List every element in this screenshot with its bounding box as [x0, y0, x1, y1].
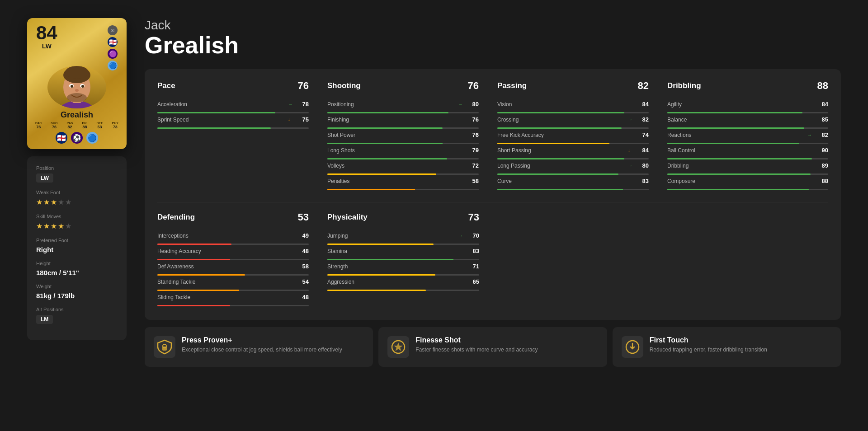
alt-positions-label: Alt Positions — [36, 307, 118, 312]
stat-category-passing: Passing82 Vision 84 Crossing → 82 Free K… — [497, 80, 658, 193]
star-1: ★ — [36, 198, 42, 206]
alt-positions-section: Alt Positions LM — [36, 307, 118, 324]
weight-label: Weight — [36, 284, 118, 289]
stat-value: 72 — [469, 162, 479, 169]
stat-value: 83 — [469, 248, 479, 254]
player-first-name: Jack — [145, 18, 841, 33]
stat-name: Heading Accuracy — [157, 248, 284, 254]
playstyle-name-1: Finesse Shot — [415, 336, 538, 344]
stat-name: Volleys — [327, 163, 454, 169]
stat-item: Sliding Tackle 48 — [157, 294, 309, 306]
stat-category-pace: Pace76 Acceleration → 78 Sprint Speed ↓ … — [157, 80, 318, 193]
playstyle-info-1: Finesse Shot Faster finesse shots with m… — [415, 336, 538, 354]
category-name-passing: Passing — [497, 81, 527, 90]
stat-arrow: ↓ — [288, 117, 295, 122]
skill-star-1: ★ — [36, 222, 42, 230]
stat-category-defending: Defending53 Interceptions 49 Heading Acc… — [157, 211, 318, 309]
empty-col — [497, 211, 658, 309]
stat-value: 75 — [299, 116, 309, 123]
stat-name: Sliding Tackle — [157, 294, 284, 300]
stat-bar — [497, 127, 622, 129]
stat-bar-container — [497, 127, 649, 129]
stat-bar-container — [667, 112, 828, 113]
stat-item: Agility 84 — [667, 101, 828, 113]
stat-category-dribbling: Dribbling88 Agility 84 Balance 85 Reacti… — [667, 80, 828, 193]
stat-name: Curve — [497, 178, 624, 184]
stat-bar — [157, 259, 230, 260]
stat-arrow: → — [628, 163, 635, 168]
club-badge-bottom: 🔵 — [86, 132, 98, 144]
stat-bar — [667, 143, 799, 144]
stat-bar — [327, 158, 447, 159]
stat-bar — [327, 274, 435, 276]
stat-bar-container — [667, 143, 828, 144]
right-panel: Jack Grealish Pace76 Acceleration → 78 S… — [145, 18, 841, 367]
stat-value: 48 — [299, 294, 309, 300]
stat-item: Composure 88 — [667, 178, 828, 190]
stat-value: 65 — [469, 278, 479, 285]
stat-name: Positioning — [327, 101, 454, 108]
card-stat-dri: DRI 88 — [82, 122, 87, 129]
stat-name: Long Passing — [497, 163, 624, 169]
stat-item: Volleys 72 — [327, 162, 479, 175]
category-score-pace: 76 — [298, 80, 309, 92]
stat-item: Short Passing ↓ 84 — [497, 147, 649, 159]
card-name: Grealish — [61, 110, 93, 120]
stat-bar-container — [327, 127, 479, 129]
left-panel: 84 LW ✉ 🏴󠁧󠁢󠁥󠁮󠁧󠁿 🟣 🔵 — [27, 18, 127, 367]
stat-bar-container — [157, 244, 309, 245]
stat-item: Finishing 76 — [327, 116, 479, 129]
stat-value: 83 — [639, 178, 649, 184]
card-stat-phy: PHY 73 — [112, 122, 118, 129]
position-section: Position LW — [36, 165, 118, 183]
stat-bar — [327, 259, 453, 260]
svg-point-7 — [71, 85, 73, 88]
stat-item: Dribbling 89 — [667, 162, 828, 175]
stat-bar-container — [157, 127, 309, 129]
stat-bar — [157, 127, 271, 129]
stat-name: Crossing — [497, 117, 624, 123]
stat-arrow: ↓ — [628, 148, 635, 153]
playstyle-card-2: First Touch Reduced trapping error, fast… — [613, 327, 841, 367]
stat-bar — [157, 290, 239, 291]
svg-marker-14 — [394, 342, 403, 351]
playstyle-card-1: Finesse Shot Faster finesse shots with m… — [378, 327, 607, 367]
stat-item: Crossing → 82 — [497, 116, 649, 129]
playstyle-name-2: First Touch — [650, 336, 767, 344]
preferred-foot-label: Preferred Foot — [36, 238, 118, 243]
stat-value: 80 — [469, 101, 479, 108]
card-stat-def: DEF 53 — [97, 122, 103, 129]
stat-value: 88 — [818, 178, 828, 184]
skill-star-3: ★ — [51, 222, 57, 230]
stat-bar — [327, 173, 436, 175]
stat-name: Vision — [497, 101, 624, 108]
stat-value: 79 — [469, 147, 479, 154]
stat-bar — [497, 189, 623, 190]
player-image — [47, 66, 106, 108]
stat-bar-container — [497, 112, 649, 113]
stat-item: Free Kick Accuracy 74 — [497, 131, 649, 144]
stat-bar — [497, 158, 624, 159]
position-label: Position — [36, 165, 118, 171]
player-last-name: Grealish — [145, 33, 841, 58]
stat-bar-container — [327, 158, 479, 159]
premier-league-badge: 🟣 — [108, 49, 118, 59]
stat-item: Strength 71 — [327, 263, 479, 276]
weak-foot-section: Weak Foot ★ ★ ★ ★ ★ — [36, 190, 118, 206]
card-stat-pas: PAS 82 — [67, 122, 73, 129]
skill-star-4: ★ — [58, 222, 64, 230]
stat-arrow: → — [807, 132, 815, 137]
stat-value: 49 — [299, 232, 309, 239]
stat-bar — [327, 189, 415, 190]
stat-name: Shot Power — [327, 132, 454, 138]
stat-item: Long Passing → 80 — [497, 162, 649, 175]
category-score-defending: 53 — [298, 211, 309, 223]
stat-item: Vision 84 — [497, 101, 649, 113]
stat-value: 54 — [299, 278, 309, 285]
stat-item: Ball Control 90 — [667, 147, 828, 159]
england-flag-badge: 🏴󠁧󠁢󠁥󠁮󠁧󠁿 — [56, 132, 67, 144]
star-4: ★ — [58, 198, 64, 206]
category-score-passing: 82 — [638, 80, 649, 92]
stat-value: 76 — [469, 131, 479, 138]
svg-point-9 — [75, 89, 79, 92]
